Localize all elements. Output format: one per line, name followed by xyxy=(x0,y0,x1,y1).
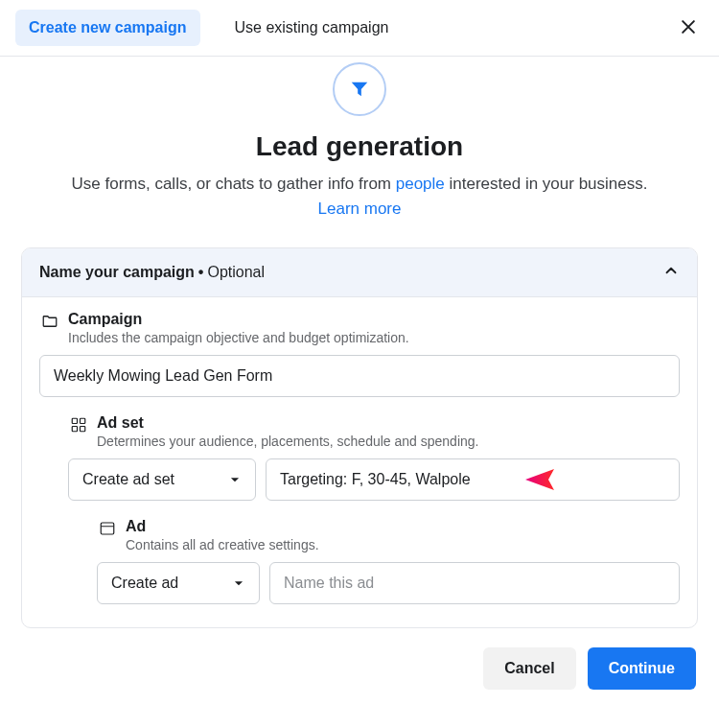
page-description: Use forms, calls, or chats to gather inf… xyxy=(58,172,661,221)
caret-down-icon xyxy=(232,576,245,590)
svg-rect-0 xyxy=(72,418,77,423)
campaign-description: Includes the campaign objective and budg… xyxy=(68,330,680,345)
adset-description: Determines your audience, placements, sc… xyxy=(97,434,680,449)
funnel-icon-circle xyxy=(333,62,386,116)
campaign-name-input[interactable] xyxy=(54,367,665,385)
learn-more-link[interactable]: Learn more xyxy=(318,200,402,218)
adset-label: Ad set xyxy=(97,414,680,432)
name-campaign-card: Name your campaign•Optional Campaign Inc… xyxy=(21,247,698,628)
hero-section: Lead generation Use forms, calls, or cha… xyxy=(0,57,719,247)
adset-name-input[interactable] xyxy=(280,471,665,488)
ad-label: Ad xyxy=(126,518,680,535)
svg-rect-6 xyxy=(101,523,114,534)
campaign-label: Campaign xyxy=(68,311,680,328)
people-link[interactable]: people xyxy=(396,175,445,193)
continue-button[interactable]: Continue xyxy=(588,647,696,690)
funnel-icon xyxy=(349,79,370,100)
grid-icon xyxy=(68,414,89,434)
ad-description: Contains all ad creative settings. xyxy=(126,537,680,552)
tab-create-new-campaign[interactable]: Create new campaign xyxy=(15,10,200,46)
folder-icon xyxy=(39,311,60,330)
svg-rect-2 xyxy=(72,427,77,432)
create-adset-dropdown[interactable]: Create ad set xyxy=(68,458,256,501)
tab-use-existing-campaign[interactable]: Use existing campaign xyxy=(221,10,403,46)
close-button[interactable] xyxy=(675,13,702,40)
footer: Cancel Continue xyxy=(0,628,719,699)
page-title: Lead generation xyxy=(58,131,661,162)
adset-section: Ad set Determines your audience, placeme… xyxy=(39,414,680,501)
ad-section: Ad Contains all ad creative settings. Cr… xyxy=(39,518,680,604)
svg-rect-3 xyxy=(81,427,85,432)
tab-bar: Create new campaign Use existing campaig… xyxy=(0,0,719,57)
create-ad-dropdown[interactable]: Create ad xyxy=(97,562,260,604)
svg-rect-1 xyxy=(81,418,85,423)
card-header-title: Name your campaign•Optional xyxy=(39,264,265,281)
campaign-name-field-wrapper xyxy=(39,355,680,397)
ad-icon xyxy=(97,518,118,537)
cancel-button[interactable]: Cancel xyxy=(483,647,575,690)
adset-name-field-wrapper xyxy=(266,458,680,501)
campaign-section: Campaign Includes the campaign objective… xyxy=(39,311,680,397)
chevron-up-icon xyxy=(662,262,680,283)
caret-down-icon xyxy=(228,473,242,486)
ad-name-input[interactable] xyxy=(284,575,665,592)
ad-name-field-wrapper xyxy=(269,562,680,604)
close-icon xyxy=(679,17,698,36)
card-header-toggle[interactable]: Name your campaign•Optional xyxy=(22,248,697,297)
